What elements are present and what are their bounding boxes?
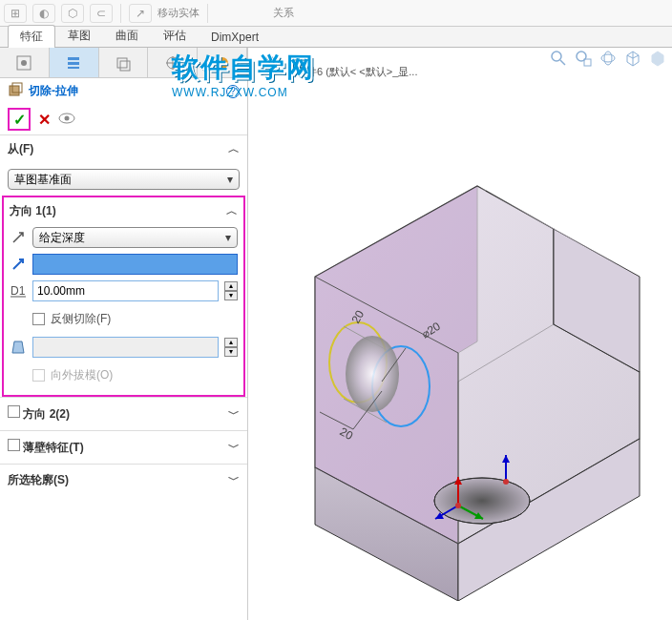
section-thin-label: 薄壁特征(T) <box>23 441 83 454</box>
svg-rect-3 <box>68 62 79 65</box>
chevron-down-icon: ﹀ <box>228 406 240 423</box>
ribbon-icon[interactable]: ↗ <box>129 4 152 23</box>
chevron-up-icon: ︿ <box>226 203 238 219</box>
depth-icon: D1 <box>10 282 27 300</box>
command-tabs: 特征 草图 曲面 评估 DimXpert <box>0 27 672 48</box>
panel-tab-feature-tree[interactable] <box>0 48 50 77</box>
section-thin-header[interactable]: 薄壁特征(T) ﹀ <box>0 430 247 464</box>
cancel-button[interactable]: ✕ <box>38 111 51 129</box>
chevron-up-icon: ︿ <box>228 141 240 157</box>
ribbon-icon[interactable]: ⊞ <box>4 4 27 23</box>
help-icon[interactable]: ? <box>226 85 240 98</box>
panel-tab-property[interactable] <box>50 48 99 77</box>
direction1-highlight: 方向 1(1) ︿ 给定深度 D1 ▴▾ 反侧切除(F) <box>2 196 245 397</box>
direction-arrow-icon[interactable] <box>10 256 27 273</box>
draft-input[interactable] <box>32 337 219 358</box>
svg-point-33 <box>455 503 461 508</box>
depth-input[interactable] <box>32 280 219 301</box>
draft-icon[interactable] <box>10 339 27 356</box>
flip-cut-label: 反侧切除(F) <box>51 311 111 327</box>
draft-outward-label: 向外拔模(O) <box>51 367 113 383</box>
document-title: 零件6 (默认< <默认>_显... <box>296 65 417 79</box>
svg-rect-4 <box>68 67 79 69</box>
svg-point-21 <box>604 52 612 65</box>
direction-input[interactable] <box>32 254 238 275</box>
cut-extrude-icon <box>8 82 23 100</box>
section-contours-label: 所选轮廓(S) <box>8 472 69 488</box>
view-toolbar <box>548 48 668 69</box>
rotate-icon[interactable] <box>598 48 619 69</box>
depth-spinner[interactable]: ▴▾ <box>224 281 238 300</box>
from-value: 草图基准面 <box>14 172 72 188</box>
from-dropdown[interactable]: 草图基准面 <box>8 169 240 190</box>
draft-outward-row: 向外拔模(O) <box>10 363 238 387</box>
svg-text:D1: D1 <box>10 284 26 298</box>
feature-title: 切除-拉伸 <box>29 83 78 99</box>
checkbox-icon <box>8 439 20 451</box>
svg-point-20 <box>601 54 615 62</box>
chevron-down-icon: ﹀ <box>228 440 240 456</box>
draft-spinner[interactable]: ▴▾ <box>224 338 238 357</box>
property-manager: 切除-拉伸 ? ✓ ✕ 从(F) ︿ 草图基准面 方向 1(1) ︿ <box>0 48 248 620</box>
ribbon-bar: ⊞ ◐ ⬡ ⊂ ↗ 移动实体 关系 <box>0 0 672 27</box>
3d-viewport[interactable]: 零件6 (默认< <默认>_显... 软件自学网 WWW.RJZXW.COM <box>248 48 672 620</box>
svg-point-26 <box>346 336 399 412</box>
move-entity-label: 移动实体 <box>158 6 200 20</box>
ok-button[interactable]: ✓ <box>8 108 31 131</box>
section-from-header[interactable]: 从(F) ︿ <box>0 134 247 163</box>
tab-evaluate[interactable]: 评估 <box>151 24 199 47</box>
zoom-fit-icon[interactable] <box>548 48 569 69</box>
tab-sketch[interactable]: 草图 <box>55 24 103 47</box>
svg-rect-2 <box>68 57 79 60</box>
flip-cut-row[interactable]: 反侧切除(F) <box>10 307 238 331</box>
tab-dimxpert[interactable]: DimXpert <box>199 27 271 47</box>
section-from-label: 从(F) <box>8 141 33 157</box>
panel-tab-strip <box>0 48 247 78</box>
svg-rect-11 <box>10 86 19 95</box>
relation-label: 关系 <box>273 6 294 20</box>
svg-rect-5 <box>117 58 127 68</box>
checkbox-icon <box>32 313 45 325</box>
section-dir1-header[interactable]: 方向 1(1) ︿ <box>10 201 238 221</box>
svg-point-1 <box>21 60 27 66</box>
svg-point-14 <box>65 115 70 120</box>
panel-tab-config[interactable] <box>99 48 149 77</box>
section-dir2-header[interactable]: 方向 2(2) ﹀ <box>0 397 247 430</box>
ribbon-icon[interactable]: ◐ <box>32 4 55 23</box>
panel-tab-appearance[interactable] <box>198 48 247 77</box>
svg-line-17 <box>560 60 565 65</box>
end-condition-value: 给定深度 <box>39 230 85 246</box>
view-orient-icon[interactable] <box>622 48 643 69</box>
svg-point-36 <box>503 479 509 485</box>
end-condition-dropdown[interactable]: 给定深度 <box>32 227 238 248</box>
svg-rect-6 <box>120 61 130 71</box>
panel-tab-dimxpert[interactable] <box>148 48 198 77</box>
ribbon-icon[interactable]: ⬡ <box>61 4 84 23</box>
tab-surface[interactable]: 曲面 <box>103 24 151 47</box>
zoom-area-icon[interactable] <box>573 48 594 69</box>
reverse-direction-icon[interactable] <box>10 229 27 246</box>
section-dir2-label: 方向 2(2) <box>23 407 70 421</box>
tab-feature[interactable]: 特征 <box>8 25 55 48</box>
chevron-down-icon: ﹀ <box>228 472 240 488</box>
3d-model: 20 20 ⌀20 <box>258 105 668 601</box>
checkbox-icon <box>8 405 20 418</box>
ribbon-icon[interactable]: ⊂ <box>90 4 113 23</box>
checkbox-icon <box>32 369 45 382</box>
section-contours-header[interactable]: 所选轮廓(S) ﹀ <box>0 464 247 496</box>
feature-header: 切除-拉伸 ? <box>0 78 247 104</box>
display-style-icon[interactable] <box>647 48 668 69</box>
svg-point-16 <box>552 52 561 61</box>
svg-point-10 <box>217 57 228 69</box>
section-dir1-label: 方向 1(1) <box>10 203 56 219</box>
preview-button[interactable] <box>58 113 75 127</box>
action-row: ✓ ✕ <box>0 104 247 134</box>
